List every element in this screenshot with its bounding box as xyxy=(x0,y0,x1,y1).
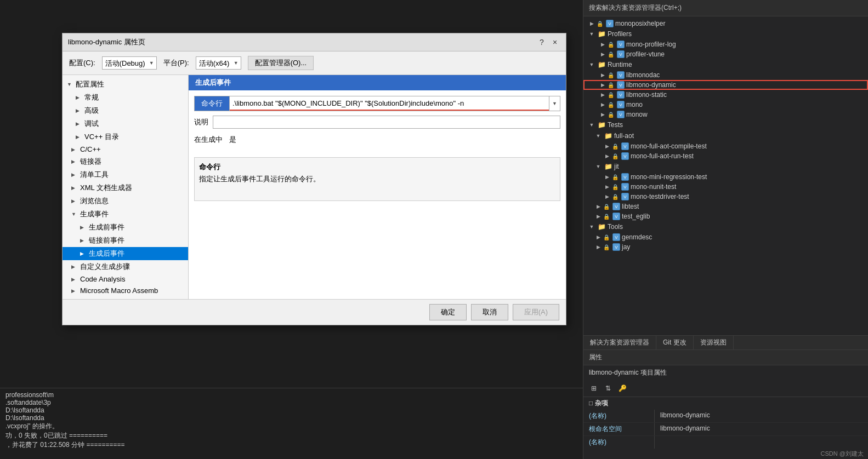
dtree-arrow-链接前事件: ▶ xyxy=(80,238,87,243)
tree-item-tools[interactable]: 📁Tools xyxy=(583,221,868,232)
tree-item-mono-profiler-log[interactable]: 🔒Vmono-profiler-log xyxy=(583,39,868,49)
config-select-wrapper: 活动(Debug) xyxy=(102,56,157,70)
label-libmonodac: libmonodac xyxy=(626,71,660,79)
lock-icon-monow: 🔒 xyxy=(608,112,614,118)
dtree-item-浏览信息[interactable]: ▶浏览信息 xyxy=(63,194,188,208)
tree-item-libmonodac[interactable]: 🔒Vlibmonodac xyxy=(583,70,868,80)
tree-item-profiler-vtune[interactable]: 🔒Vprofiler-vtune xyxy=(583,49,868,59)
props-key-namespace: 根命名空间 xyxy=(583,423,655,435)
platform-label: 平台(P): xyxy=(163,58,189,68)
arrow-profilers xyxy=(588,30,595,38)
dtree-item-C/C++[interactable]: ▶C/C++ xyxy=(63,144,188,155)
tree-item-mono-nunit-test[interactable]: 🔒Vmono-nunit-test xyxy=(583,182,868,192)
command-line-label[interactable]: 命令行 xyxy=(195,96,230,111)
dtree-item-Code_Analysis[interactable]: ▶Code Analysis xyxy=(63,273,188,285)
props-key-name2: (名称) xyxy=(583,436,655,449)
use-in-build-row: 在生成中 是 xyxy=(194,133,560,146)
log-line-6: 功，0 失败，0已跳过 ========== xyxy=(5,431,577,440)
tree-item-tests[interactable]: 📁Tests xyxy=(583,119,868,130)
tree-item-genmdesc[interactable]: 🔒Vgenmdesc xyxy=(583,232,868,242)
proj-icon-test_eglib: V xyxy=(612,213,620,220)
tree-item-test_eglib[interactable]: 🔒Vtest_eglib xyxy=(583,211,868,221)
dtree-item-自定义生成步骤[interactable]: ▶自定义生成步骤 xyxy=(63,260,188,273)
arrow-test_eglib xyxy=(594,213,602,220)
tree-item-profilers[interactable]: 📁Profilers xyxy=(583,28,868,39)
tree-item-mono-full-aot-compile-test[interactable]: 🔒Vmono-full-aot-compile-test xyxy=(583,141,868,151)
props-sort-btn[interactable]: ⇅ xyxy=(602,382,614,394)
dtree-item-生成前事件[interactable]: ▶生成前事件 xyxy=(63,221,188,234)
desc-section-title: 命令行 xyxy=(199,162,555,172)
label-mono-full-aot-run-test: mono-full-aot-run-test xyxy=(631,152,694,160)
arrow-mono-mini-regression-test xyxy=(603,173,611,181)
lock-icon-libmonodac: 🔒 xyxy=(608,72,614,78)
config-select[interactable]: 活动(Debug) xyxy=(102,56,157,70)
props-row-namespace: 根命名空间 libmono-dynamic xyxy=(583,423,868,436)
apply-button[interactable]: 应用(A) xyxy=(513,304,559,320)
label-profilers: Profilers xyxy=(608,30,632,38)
tab-resource-view[interactable]: 资源视图 xyxy=(694,336,734,349)
dialog-body: ▼配置属性▶常规▶高级▶调试▶VC++ 目录▶C/C++▶链接器▶清单工具▶XM… xyxy=(63,75,566,299)
dtree-item-高级[interactable]: ▶高级 xyxy=(63,104,188,117)
description-input[interactable] xyxy=(213,116,560,129)
platform-select[interactable]: 活动(x64) xyxy=(196,56,241,70)
lock-icon-jay: 🔒 xyxy=(603,244,610,250)
tree-item-mono-mini-regression-test[interactable]: 🔒Vmono-mini-regression-test xyxy=(583,172,868,182)
tree-item-monoposixhelper[interactable]: 🔒Vmonoposixhelper xyxy=(583,19,868,28)
label-monoposixhelper: monoposixhelper xyxy=(615,20,665,27)
lock-icon-mono-mini-regression-test: 🔒 xyxy=(612,174,619,180)
tree-item-full-aot[interactable]: 📁full-aot xyxy=(583,130,868,141)
tree-item-monow[interactable]: 🔒Vmonow xyxy=(583,110,868,119)
lock-icon-mono: 🔒 xyxy=(608,102,614,108)
help-button[interactable]: ? xyxy=(536,37,547,48)
command-line-input[interactable] xyxy=(230,96,549,111)
tab-solution-explorer[interactable]: 解决方案资源管理器 xyxy=(583,336,656,349)
dtree-item-VC++_目录[interactable]: ▶VC++ 目录 xyxy=(63,130,188,144)
dtree-item-XML_文档生成器[interactable]: ▶XML 文档生成器 xyxy=(63,181,188,194)
ok-button[interactable]: 确定 xyxy=(429,304,467,320)
tree-item-libmono-static[interactable]: 🔒Vlibmono-static xyxy=(583,90,868,100)
dtree-label-XML_文档生成器: XML 文档生成器 xyxy=(80,183,132,193)
dtree-label-链接器: 链接器 xyxy=(80,157,101,167)
dtree-arrow-XML_文档生成器: ▶ xyxy=(71,185,78,191)
dtree-item-链接前事件[interactable]: ▶链接前事件 xyxy=(63,234,188,247)
dtree-arrow-高级: ▶ xyxy=(76,108,82,113)
command-input-wrapper: ▼ xyxy=(230,96,560,111)
tab-git-changes[interactable]: Git 更改 xyxy=(656,336,694,349)
props-grid-btn[interactable]: ⊞ xyxy=(588,382,600,394)
dtree-item-常规[interactable]: ▶常规 xyxy=(63,91,188,104)
proj-icon-mono-testdriver-test: V xyxy=(621,193,629,200)
tree-item-mono-testdriver-test[interactable]: 🔒Vmono-testdriver-test xyxy=(583,192,868,202)
tree-item-jit[interactable]: 📁jit xyxy=(583,161,868,172)
config-manager-button[interactable]: 配置管理器(O)... xyxy=(248,56,314,70)
cancel-button[interactable]: 取消 xyxy=(471,304,508,320)
dtree-label-清单工具: 清单工具 xyxy=(80,170,109,180)
arrow-tests xyxy=(588,121,595,129)
dtree-item-生成后事件[interactable]: ▶生成后事件 xyxy=(63,247,188,260)
props-filter-btn[interactable]: 🔑 xyxy=(616,382,628,394)
dtree-arrow-浏览信息: ▶ xyxy=(71,198,78,204)
dtree-item-链接器[interactable]: ▶链接器 xyxy=(63,155,188,168)
tree-item-runtime[interactable]: 📁Runtime xyxy=(583,59,868,70)
dtree-item-调试[interactable]: ▶调试 xyxy=(63,117,188,130)
dtree-item-Microsoft_Macro_Assemb[interactable]: ▶Microsoft Macro Assemb xyxy=(63,285,188,296)
tree-item-mono-full-aot-run-test[interactable]: 🔒Vmono-full-aot-run-test xyxy=(583,151,868,161)
props-value-name2 xyxy=(655,436,666,449)
proj-icon-genmdesc: V xyxy=(612,233,620,241)
tree-item-jay[interactable]: 🔒Vjay xyxy=(583,242,868,252)
dialog-title: libmono-dynamic 属性页 xyxy=(68,37,145,47)
tree-item-libtest[interactable]: 🔒Vlibtest xyxy=(583,202,868,211)
label-mono-nunit-test: mono-nunit-test xyxy=(631,183,676,191)
label-mono: mono xyxy=(626,101,643,108)
tree-item-libmono-dynamic[interactable]: 🔒Vlibmono-dynamic xyxy=(583,80,868,90)
command-dropdown-arrow[interactable]: ▼ xyxy=(549,96,560,111)
props-row-name: (名称) libmono-dynamic xyxy=(583,410,868,423)
close-button[interactable]: × xyxy=(549,37,560,48)
dialog-titlebar: libmono-dynamic 属性页 ? × xyxy=(63,33,566,51)
dtree-item-清单工具[interactable]: ▶清单工具 xyxy=(63,168,188,181)
tree-item-mono[interactable]: 🔒Vmono xyxy=(583,100,868,110)
lock-icon-libmono-static: 🔒 xyxy=(608,92,614,98)
dtree-item-配置属性[interactable]: ▼配置属性 xyxy=(63,78,188,91)
proj-icon-libtest: V xyxy=(612,203,620,210)
dtree-item-生成事件[interactable]: ▼生成事件 xyxy=(63,208,188,221)
dtree-label-浏览信息: 浏览信息 xyxy=(80,196,109,206)
